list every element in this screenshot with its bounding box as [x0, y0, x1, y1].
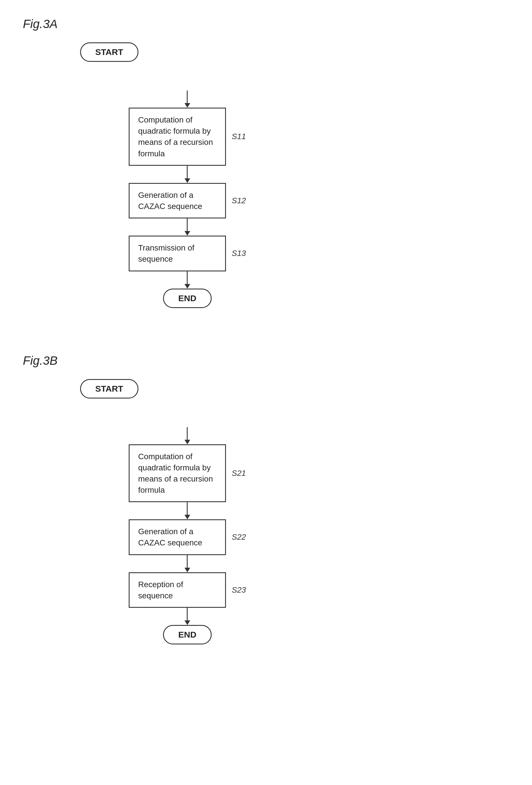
page: Fig.3A START Computation of quadratic fo…	[0, 0, 532, 785]
fig3b-step-s21: Computation of quadratic formula by mean…	[129, 444, 226, 502]
fig3b-s21-label: S21	[232, 469, 246, 478]
fig3a-arrow2	[185, 166, 190, 183]
fig3a-step-s11: Computation of quadratic formula by mean…	[129, 108, 226, 166]
fig3a-s13-label: S13	[232, 249, 246, 258]
fig3b-step-s21-wrapper: Computation of quadratic formula by mean…	[129, 444, 246, 502]
fig3a-step-s13-wrapper: Transmission of sequence S13	[129, 236, 246, 271]
fig3a-end-node: END	[163, 288, 211, 308]
fig3a-step-s12: Generation of a CAZAC sequence	[129, 183, 226, 219]
fig3a-arrow1	[185, 91, 190, 108]
fig3b-start-node: START	[80, 379, 138, 399]
fig3a-arrow4	[185, 271, 190, 288]
fig3a-step-s12-wrapper: Generation of a CAZAC sequence S12	[129, 183, 246, 219]
fig3a-section: Fig.3A START Computation of quadratic fo…	[23, 17, 509, 308]
fig3a-start-container: START	[80, 42, 138, 62]
fig3b-step-s23-wrapper: Reception of sequence S23	[129, 572, 246, 608]
fig3b-step-s22: Generation of a CAZAC sequence	[129, 519, 226, 555]
fig3b-step-s22-wrapper: Generation of a CAZAC sequence S22	[129, 519, 246, 555]
fig3b-section: Fig.3B START Computation of quadratic fo…	[23, 354, 509, 645]
fig3a-s12-label: S12	[232, 196, 246, 205]
fig3a-start-node: START	[80, 42, 138, 62]
fig3a-label: Fig.3A	[23, 17, 509, 31]
fig3b-start-container: START	[80, 379, 138, 399]
fig3a-s11-label: S11	[232, 132, 246, 141]
fig3b-step-s23: Reception of sequence	[129, 572, 226, 608]
fig3b-label: Fig.3B	[23, 354, 509, 368]
fig3b-arrow1	[185, 427, 190, 444]
fig3b-diagram: START Computation of quadratic formula b…	[23, 379, 509, 645]
fig3a-arrow3	[185, 219, 190, 236]
fig3a-step-s11-wrapper: Computation of quadratic formula by mean…	[129, 108, 246, 166]
fig3a-diagram: START Computation of quadratic formula b…	[23, 42, 509, 308]
fig3b-arrow3	[185, 555, 190, 572]
fig3b-arrow2	[185, 502, 190, 519]
fig3a-step-s13: Transmission of sequence	[129, 236, 226, 271]
fig3b-arrow4	[185, 608, 190, 625]
fig3b-s22-label: S22	[232, 532, 246, 542]
fig3b-s23-label: S23	[232, 585, 246, 594]
fig3b-end-node: END	[163, 625, 211, 644]
